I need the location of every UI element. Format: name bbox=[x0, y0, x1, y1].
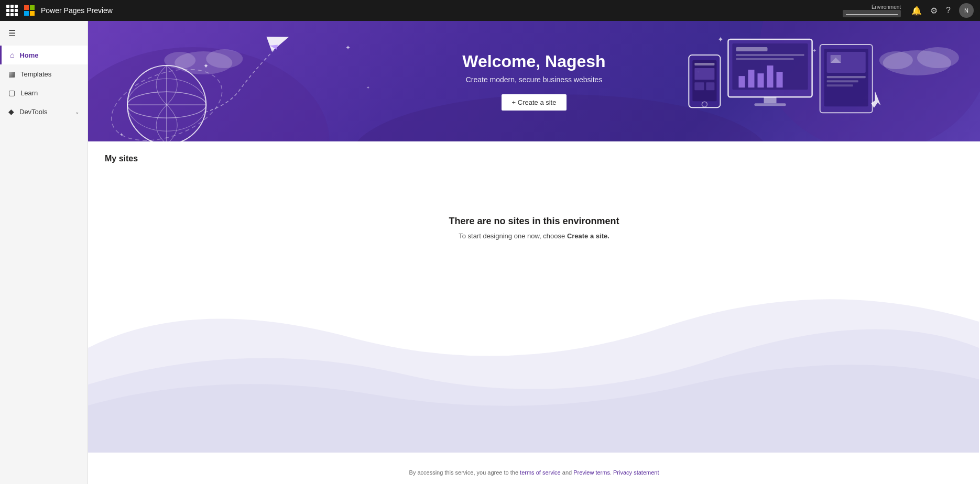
my-sites-title: My sites bbox=[105, 154, 963, 163]
svg-rect-51 bbox=[827, 80, 858, 82]
svg-point-3 bbox=[175, 51, 232, 74]
sidebar-item-home[interactable]: ⌂ Home bbox=[0, 46, 88, 64]
svg-point-17 bbox=[127, 92, 206, 118]
content-area: ✦ ✦ ✦ ✦ ✦ bbox=[88, 21, 980, 484]
svg-point-18 bbox=[127, 79, 206, 131]
svg-rect-30 bbox=[736, 58, 793, 60]
svg-point-1 bbox=[760, 21, 980, 141]
svg-point-0 bbox=[88, 47, 330, 141]
avatar[interactable]: N bbox=[959, 3, 974, 18]
svg-rect-33 bbox=[758, 73, 764, 87]
learn-icon: ▢ bbox=[8, 89, 15, 97]
svg-rect-48 bbox=[831, 55, 841, 63]
help-icon[interactable]: ? bbox=[946, 6, 951, 15]
empty-state: There are no sites in this environment T… bbox=[105, 174, 963, 261]
devtools-icon: ◆ bbox=[8, 107, 14, 116]
svg-text:✦: ✦ bbox=[203, 62, 209, 70]
empty-state-subtitle: To start designing one now, choose Creat… bbox=[459, 232, 609, 240]
home-icon: ⌂ bbox=[10, 51, 14, 59]
svg-text:✦: ✦ bbox=[366, 85, 370, 90]
svg-marker-14 bbox=[266, 29, 291, 51]
env-label: Environment bbox=[872, 4, 901, 10]
hamburger-menu[interactable]: ☰ bbox=[0, 21, 88, 46]
svg-rect-43 bbox=[706, 82, 714, 90]
env-name: ————————— bbox=[843, 10, 901, 17]
sidebar: ☰ ⌂ Home ▦ Templates ▢ Learn ◆ DevTools … bbox=[0, 21, 88, 484]
svg-rect-46 bbox=[824, 49, 868, 106]
svg-text:✦: ✦ bbox=[119, 132, 124, 137]
svg-rect-50 bbox=[827, 76, 866, 78]
svg-rect-40 bbox=[694, 63, 714, 65]
ms-logo bbox=[24, 5, 35, 16]
svg-rect-42 bbox=[694, 82, 704, 90]
chevron-down-icon: ⌄ bbox=[75, 109, 79, 115]
footer: By accessing this service, you agree to … bbox=[88, 469, 980, 476]
hero-subtitle: Create modern, secure business websites bbox=[462, 75, 605, 84]
devices-svg bbox=[689, 39, 880, 113]
svg-point-16 bbox=[127, 65, 206, 141]
environment-selector[interactable]: Environment ————————— bbox=[843, 4, 901, 17]
templates-icon: ▦ bbox=[8, 70, 15, 78]
svg-rect-32 bbox=[748, 70, 754, 87]
notification-icon[interactable]: 🔔 bbox=[911, 6, 922, 16]
footer-and: and bbox=[561, 469, 573, 476]
svg-text:✦: ✦ bbox=[812, 48, 816, 53]
sidebar-item-devtools[interactable]: ◆ DevTools ⌄ bbox=[0, 102, 88, 121]
svg-rect-47 bbox=[827, 52, 866, 73]
svg-rect-39 bbox=[692, 60, 716, 101]
hero-content: Welcome, Nagesh Create modern, secure bu… bbox=[462, 52, 605, 111]
sidebar-item-templates-label: Templates bbox=[20, 70, 51, 78]
svg-point-44 bbox=[702, 102, 707, 107]
settings-icon[interactable]: ⚙ bbox=[930, 6, 938, 16]
sidebar-item-learn-label: Learn bbox=[20, 89, 38, 97]
globe-svg: ✦ ✦ bbox=[102, 56, 232, 141]
hero-banner: ✦ ✦ ✦ ✦ ✦ bbox=[88, 21, 980, 141]
app-title: Power Pages Preview bbox=[41, 6, 113, 15]
svg-rect-29 bbox=[736, 54, 804, 56]
terms-of-service-link[interactable]: terms of service bbox=[520, 469, 561, 476]
svg-marker-15 bbox=[270, 43, 279, 51]
sidebar-item-home-label: Home bbox=[19, 51, 38, 59]
create-site-button[interactable]: + Create a site bbox=[502, 94, 567, 111]
my-sites-section: My sites There are no sites in this envi… bbox=[88, 141, 980, 273]
svg-point-7 bbox=[917, 47, 959, 68]
svg-text:✦: ✦ bbox=[345, 44, 351, 51]
svg-text:✦: ✦ bbox=[717, 35, 724, 43]
svg-point-23 bbox=[102, 56, 232, 141]
svg-text:✦: ✦ bbox=[696, 70, 700, 74]
wave-decoration bbox=[88, 243, 979, 453]
svg-marker-49 bbox=[831, 58, 841, 63]
topbar-icons: Environment ————————— 🔔 ⚙ ? N bbox=[843, 3, 974, 18]
svg-rect-31 bbox=[738, 76, 745, 87]
svg-rect-41 bbox=[694, 68, 714, 80]
content-scroll: My sites There are no sites in this envi… bbox=[88, 141, 980, 484]
topbar: Power Pages Preview Environment ————————… bbox=[0, 0, 980, 21]
empty-state-prefix: To start designing one now, choose bbox=[459, 232, 567, 240]
svg-rect-34 bbox=[767, 65, 774, 87]
svg-point-5 bbox=[164, 52, 195, 69]
svg-rect-27 bbox=[732, 43, 808, 90]
svg-rect-45 bbox=[820, 45, 873, 113]
preview-terms-link[interactable]: Preview terms bbox=[573, 469, 610, 476]
privacy-statement-link[interactable]: Privacy statement bbox=[613, 469, 659, 476]
footer-prefix: By accessing this service, you agree to … bbox=[409, 469, 520, 476]
empty-state-title: There are no sites in this environment bbox=[449, 216, 619, 227]
svg-point-8 bbox=[879, 51, 913, 69]
svg-point-6 bbox=[883, 50, 951, 75]
svg-rect-37 bbox=[754, 103, 786, 106]
sidebar-item-devtools-label: DevTools bbox=[19, 108, 47, 116]
sidebar-item-learn[interactable]: ▢ Learn bbox=[0, 83, 88, 102]
svg-rect-26 bbox=[728, 39, 812, 97]
svg-rect-35 bbox=[777, 72, 783, 87]
waffle-menu[interactable] bbox=[6, 5, 18, 16]
sidebar-item-templates[interactable]: ▦ Templates bbox=[0, 64, 88, 83]
svg-rect-28 bbox=[736, 47, 767, 51]
main-layout: ☰ ⌂ Home ▦ Templates ▢ Learn ◆ DevTools … bbox=[0, 21, 980, 484]
svg-marker-53 bbox=[872, 92, 880, 107]
empty-state-link: Create a site. bbox=[567, 232, 609, 240]
svg-rect-38 bbox=[689, 55, 720, 107]
hero-title: Welcome, Nagesh bbox=[462, 52, 605, 71]
svg-rect-52 bbox=[827, 84, 853, 86]
svg-point-4 bbox=[206, 49, 243, 68]
svg-rect-36 bbox=[764, 97, 777, 103]
